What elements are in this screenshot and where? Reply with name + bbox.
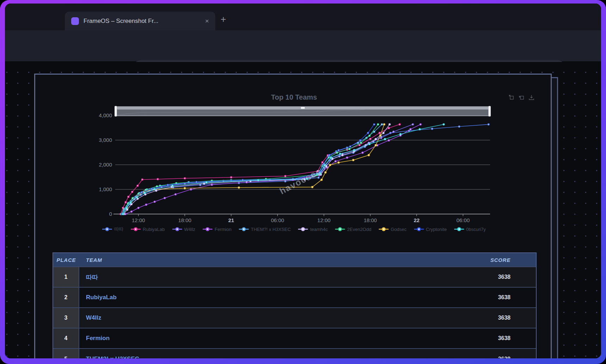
new-tab-button[interactable]: + xyxy=(221,15,226,24)
legend-item[interactable]: Godsec xyxy=(379,227,407,232)
place-cell: 5 xyxy=(53,349,79,358)
legend-marker-icon xyxy=(379,227,389,232)
table-row[interactable]: 4Fermion3638 xyxy=(53,328,536,349)
legend-item[interactable]: Cryptonite xyxy=(414,227,447,232)
legend-item[interactable]: RubiyaLab xyxy=(131,227,165,232)
legend-marker-icon xyxy=(298,227,308,232)
svg-text:2,000: 2,000 xyxy=(99,162,112,168)
browser-tab[interactable]: FrameOS – Screenshot Fr... × xyxy=(65,12,215,30)
legend-marker-icon xyxy=(172,227,182,232)
svg-text:18:00: 18:00 xyxy=(364,217,377,223)
column-header-team: TEAM xyxy=(79,253,455,266)
svg-text:22: 22 xyxy=(414,217,420,223)
score-progress-chart: 01,0002,0003,0004,00012:0018:002106:0012… xyxy=(35,75,552,240)
window-frame: FrameOS – Screenshot Fr... × + xyxy=(0,0,606,364)
team-link[interactable]: Fermion xyxy=(86,335,110,342)
legend-label: 2Even2Odd xyxy=(347,227,371,232)
place-cell: 4 xyxy=(53,328,79,348)
legend-label: Fermion xyxy=(215,227,231,232)
team-cell: THEM?! x H3XSEC xyxy=(79,349,455,358)
team-cell: W4llz xyxy=(79,308,455,328)
legend-item[interactable]: 따따 xyxy=(102,226,123,232)
legend-marker-icon xyxy=(131,227,141,232)
chart-legend: 따따RubiyaLabW4llzFermionTHEM?! x H3XSECte… xyxy=(35,226,552,232)
score-chart-panel: Top 10 Teams xyxy=(35,75,552,240)
svg-text:06:00: 06:00 xyxy=(271,217,284,223)
table-body: 1따따36382RubiyaLab36383W4llz36384Fermion3… xyxy=(53,267,536,358)
team-link[interactable]: W4llz xyxy=(86,314,101,321)
team-cell: Fermion xyxy=(79,328,455,348)
page-background: Top 10 Teams xyxy=(5,62,601,358)
team-cell: 따따 xyxy=(79,267,455,287)
score-cell: 3638 xyxy=(455,328,536,348)
column-header-score: SCORE xyxy=(455,253,536,266)
svg-text:4,000: 4,000 xyxy=(99,112,112,118)
legend-marker-icon xyxy=(454,227,464,232)
legend-marker-icon xyxy=(239,227,249,232)
leaderboard-table: PLACE TEAM SCORE 1따따36382RubiyaLab36383W… xyxy=(52,252,537,358)
legend-marker-icon xyxy=(102,227,112,232)
svg-text:1,000: 1,000 xyxy=(99,186,112,192)
column-header-place: PLACE xyxy=(53,253,79,266)
svg-text:18:00: 18:00 xyxy=(178,217,192,223)
table-row[interactable]: 2RubiyaLab3638 xyxy=(53,288,536,308)
legend-item[interactable]: Fermion xyxy=(203,227,231,232)
legend-marker-icon xyxy=(414,227,424,232)
legend-item[interactable]: 0bscuri7y xyxy=(454,227,486,232)
favicon-icon xyxy=(71,17,79,25)
place-cell: 3 xyxy=(53,308,79,328)
team-link[interactable]: THEM?! x H3XSEC xyxy=(86,356,139,358)
score-cell: 3638 xyxy=(455,288,536,307)
place-cell: 1 xyxy=(53,267,79,287)
table-row[interactable]: 3W4llz3638 xyxy=(53,308,536,328)
legend-label: 0bscuri7y xyxy=(466,227,486,232)
svg-text:06:00: 06:00 xyxy=(456,217,470,223)
browser-window: FrameOS – Screenshot Fr... × + xyxy=(5,4,601,358)
legend-label: Cryptonite xyxy=(426,227,447,232)
svg-text:0: 0 xyxy=(109,211,112,217)
score-cell: 3638 xyxy=(455,308,536,328)
table-row[interactable]: 1따따3638 xyxy=(53,267,536,288)
legend-label: RubiyaLab xyxy=(143,227,165,232)
legend-item[interactable]: THEM?! x H3XSEC xyxy=(239,227,291,232)
team-link[interactable]: RubiyaLab xyxy=(86,294,117,301)
legend-marker-icon xyxy=(335,227,345,232)
svg-text:21: 21 xyxy=(228,217,234,223)
team-link[interactable]: 따따 xyxy=(86,273,98,281)
close-tab-icon[interactable]: × xyxy=(205,17,209,25)
score-cell: 3638 xyxy=(455,349,536,358)
table-row[interactable]: 5THEM?! x H3XSEC3638 xyxy=(53,349,536,358)
legend-label: THEM?! x H3XSEC xyxy=(251,227,291,232)
legend-label: 따따 xyxy=(114,226,123,232)
tab-strip: FrameOS – Screenshot Fr... × + xyxy=(5,4,601,30)
place-cell: 2 xyxy=(53,288,79,307)
svg-text:3,000: 3,000 xyxy=(99,137,112,143)
score-cell: 3638 xyxy=(455,267,536,287)
team-cell: RubiyaLab xyxy=(79,288,455,307)
table-header-row: PLACE TEAM SCORE xyxy=(53,253,536,267)
tab-title: FrameOS – Screenshot Fr... xyxy=(84,18,200,25)
legend-label: teamh4c xyxy=(310,227,328,232)
legend-item[interactable]: teamh4c xyxy=(298,227,328,232)
legend-label: W4llz xyxy=(184,227,196,232)
svg-text:12:00: 12:00 xyxy=(132,217,145,223)
legend-item[interactable]: W4llz xyxy=(172,227,196,232)
browser-toolbar: frameos.app ☆ ••• xyxy=(5,30,601,62)
legend-marker-icon xyxy=(203,227,212,232)
scoreboard-card: Top 10 Teams xyxy=(34,74,552,358)
svg-text:12:00: 12:00 xyxy=(317,217,331,223)
legend-label: Godsec xyxy=(391,227,407,232)
legend-item[interactable]: 2Even2Odd xyxy=(335,227,371,232)
